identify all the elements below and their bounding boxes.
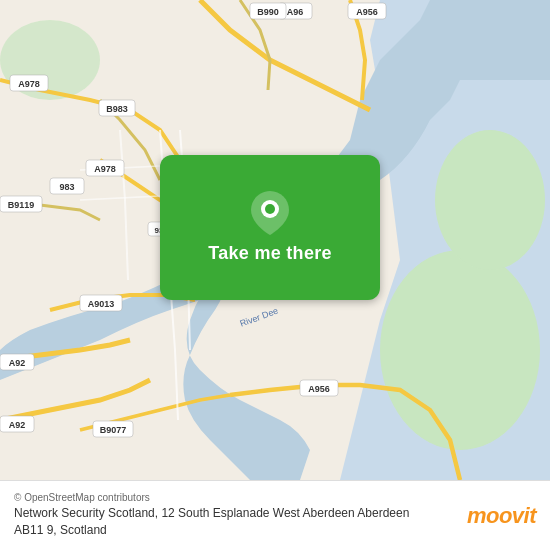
svg-text:B9077: B9077 — [100, 425, 127, 435]
location-pin-icon — [248, 191, 292, 235]
svg-point-4 — [435, 130, 545, 270]
svg-text:A92: A92 — [9, 420, 26, 430]
svg-text:A956: A956 — [308, 384, 330, 394]
osm-attribution: © OpenStreetMap contributors — [14, 492, 414, 503]
take-me-there-button[interactable]: Take me there — [160, 155, 380, 300]
info-bar: © OpenStreetMap contributors Network Sec… — [0, 480, 550, 550]
svg-text:A9013: A9013 — [88, 299, 115, 309]
address-text: Network Security Scotland, 12 South Espl… — [14, 505, 414, 539]
button-label: Take me there — [208, 243, 332, 264]
svg-point-36 — [265, 204, 275, 214]
svg-text:983: 983 — [59, 182, 74, 192]
svg-text:B990: B990 — [257, 7, 279, 17]
svg-text:B983: B983 — [106, 104, 128, 114]
moovit-wordmark: moovit — [467, 503, 536, 529]
svg-text:A978: A978 — [18, 79, 40, 89]
svg-text:A956: A956 — [356, 7, 378, 17]
moovit-logo: moovit — [467, 503, 536, 529]
svg-text:A96: A96 — [287, 7, 304, 17]
svg-point-3 — [380, 250, 540, 450]
svg-text:B9119: B9119 — [8, 200, 35, 210]
svg-text:A92: A92 — [9, 358, 26, 368]
svg-text:A978: A978 — [94, 164, 116, 174]
map-container: A96 A956 A978 B983 B990 A978 B9119 93 A9… — [0, 0, 550, 480]
